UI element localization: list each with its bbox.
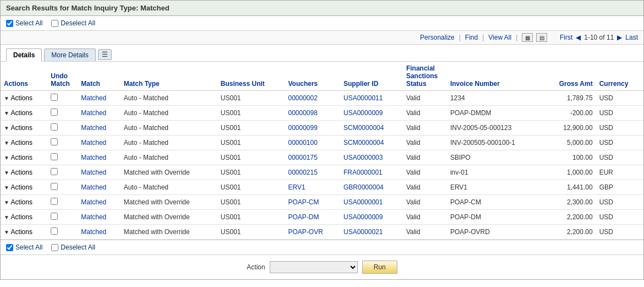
- actions-arrow[interactable]: ▼: [4, 185, 9, 191]
- match-link[interactable]: Matched: [81, 169, 106, 176]
- row-checkbox-1[interactable]: [51, 109, 58, 116]
- actions-arrow[interactable]: ▼: [4, 155, 9, 161]
- match-cell: Matched: [78, 165, 120, 180]
- actions-arrow[interactable]: ▼: [4, 95, 9, 101]
- deselect-all-bottom-label[interactable]: Deselect All: [51, 243, 95, 251]
- actions-arrow[interactable]: ▼: [4, 125, 9, 131]
- actions-link[interactable]: Actions: [11, 124, 32, 132]
- row-checkbox-3[interactable]: [51, 138, 58, 145]
- financial-sanctions-cell: Valid: [403, 106, 447, 121]
- supplier-link[interactable]: USA0000021: [343, 228, 383, 236]
- row-checkbox-0[interactable]: [51, 94, 58, 101]
- business-unit-cell: US001: [217, 180, 285, 195]
- match-link[interactable]: Matched: [81, 198, 106, 206]
- voucher-link[interactable]: 00000175: [288, 154, 318, 161]
- actions-arrow[interactable]: ▼: [4, 170, 9, 176]
- deselect-all-top-label[interactable]: Deselect All: [51, 19, 95, 27]
- actions-arrow[interactable]: ▼: [4, 214, 9, 220]
- grid-icon-2[interactable]: ▤: [536, 33, 547, 42]
- currency-cell: USD: [596, 91, 643, 106]
- match-link[interactable]: Matched: [81, 139, 106, 147]
- row-checkbox-5[interactable]: [51, 168, 58, 175]
- supplier-link[interactable]: FRA0000001: [343, 169, 383, 176]
- tab-more-details[interactable]: More Details: [44, 48, 95, 61]
- supplier-link[interactable]: USA0000001: [343, 198, 383, 206]
- supplier-id-cell: SCM0000004: [340, 136, 403, 150]
- actions-arrow[interactable]: ▼: [4, 110, 9, 116]
- actions-link[interactable]: Actions: [11, 154, 32, 161]
- match-link[interactable]: Matched: [81, 228, 106, 236]
- voucher-link[interactable]: POAP-OVR: [288, 228, 323, 236]
- voucher-link[interactable]: 00000100: [288, 139, 318, 147]
- row-checkbox-6[interactable]: [51, 183, 58, 190]
- row-checkbox-7[interactable]: [51, 198, 58, 205]
- run-button[interactable]: Run: [362, 261, 397, 274]
- first-link[interactable]: First: [560, 34, 572, 41]
- actions-link[interactable]: Actions: [11, 94, 32, 102]
- actions-link[interactable]: Actions: [11, 183, 32, 191]
- tab-icon[interactable]: ☰: [98, 49, 112, 60]
- supplier-link[interactable]: USA0000009: [343, 109, 383, 117]
- actions-arrow[interactable]: ▼: [4, 140, 9, 146]
- grid-icon-1[interactable]: ▦: [522, 33, 533, 42]
- view-all-link[interactable]: View All: [488, 34, 511, 41]
- deselect-all-bottom-checkbox[interactable]: [51, 244, 58, 251]
- actions-link[interactable]: Actions: [11, 198, 32, 206]
- actions-arrow[interactable]: ▼: [4, 199, 9, 205]
- voucher-link[interactable]: 00000098: [288, 109, 318, 117]
- personalize-link[interactable]: Personalize: [420, 34, 455, 41]
- tab-details[interactable]: Details: [6, 48, 42, 62]
- match-type-cell: Auto - Matched: [121, 91, 217, 106]
- row-checkbox-4[interactable]: [51, 153, 58, 160]
- invoice-number-cell: POAP-DM: [447, 210, 543, 225]
- select-all-top-label[interactable]: Select All: [6, 19, 42, 27]
- row-checkbox-9[interactable]: [51, 228, 58, 235]
- find-link[interactable]: Find: [465, 34, 478, 41]
- match-link[interactable]: Matched: [81, 124, 106, 132]
- voucher-link[interactable]: 00000099: [288, 124, 318, 132]
- prev-arrow[interactable]: ◀: [576, 34, 581, 41]
- vouchers-cell: 00000175: [285, 150, 341, 165]
- last-link[interactable]: Last: [625, 34, 638, 41]
- business-unit-cell: US001: [217, 106, 285, 121]
- supplier-link[interactable]: USA0000003: [343, 154, 383, 161]
- supplier-link[interactable]: GBR0000004: [343, 183, 384, 191]
- match-link[interactable]: Matched: [81, 94, 106, 102]
- supplier-link[interactable]: USA0000011: [343, 94, 383, 102]
- col-vouchers: Vouchers: [285, 62, 341, 91]
- financial-sanctions-cell: Valid: [403, 180, 447, 195]
- supplier-link[interactable]: SCM0000004: [343, 139, 384, 147]
- voucher-link[interactable]: POAP-DM: [288, 213, 319, 221]
- supplier-id-cell: SCM0000004: [340, 121, 403, 136]
- actions-link[interactable]: Actions: [11, 213, 32, 221]
- financial-sanctions-cell: Valid: [403, 225, 447, 240]
- action-select[interactable]: [270, 261, 358, 273]
- select-all-top-checkbox[interactable]: [6, 20, 13, 27]
- invoice-number-cell: 1234: [447, 91, 543, 106]
- actions-link[interactable]: Actions: [11, 228, 32, 236]
- row-checkbox-8[interactable]: [51, 213, 58, 220]
- actions-link[interactable]: Actions: [11, 109, 32, 117]
- supplier-link[interactable]: SCM0000004: [343, 124, 384, 132]
- voucher-link[interactable]: 00000215: [288, 169, 318, 176]
- next-arrow[interactable]: ▶: [617, 34, 622, 41]
- row-checkbox-2[interactable]: [51, 123, 58, 131]
- match-link[interactable]: Matched: [81, 183, 106, 191]
- supplier-link[interactable]: USA0000009: [343, 213, 383, 221]
- actions-link[interactable]: Actions: [11, 139, 32, 147]
- select-all-bottom-checkbox[interactable]: [6, 244, 13, 251]
- voucher-link[interactable]: ERV1: [288, 183, 305, 191]
- deselect-all-top-checkbox[interactable]: [51, 20, 58, 27]
- actions-cell: ▼ Actions: [1, 121, 47, 136]
- actions-arrow[interactable]: ▼: [4, 229, 9, 235]
- select-all-bottom-label[interactable]: Select All: [6, 243, 42, 251]
- match-link[interactable]: Matched: [81, 109, 106, 117]
- match-link[interactable]: Matched: [81, 213, 106, 221]
- voucher-link[interactable]: POAP-CM: [288, 198, 319, 206]
- match-type-cell: Matched with Override: [121, 225, 217, 240]
- voucher-link[interactable]: 00000002: [288, 94, 318, 102]
- actions-link[interactable]: Actions: [11, 169, 32, 176]
- match-link[interactable]: Matched: [81, 154, 106, 161]
- financial-sanctions-cell: Valid: [403, 150, 447, 165]
- undo-match-cell: [47, 121, 78, 136]
